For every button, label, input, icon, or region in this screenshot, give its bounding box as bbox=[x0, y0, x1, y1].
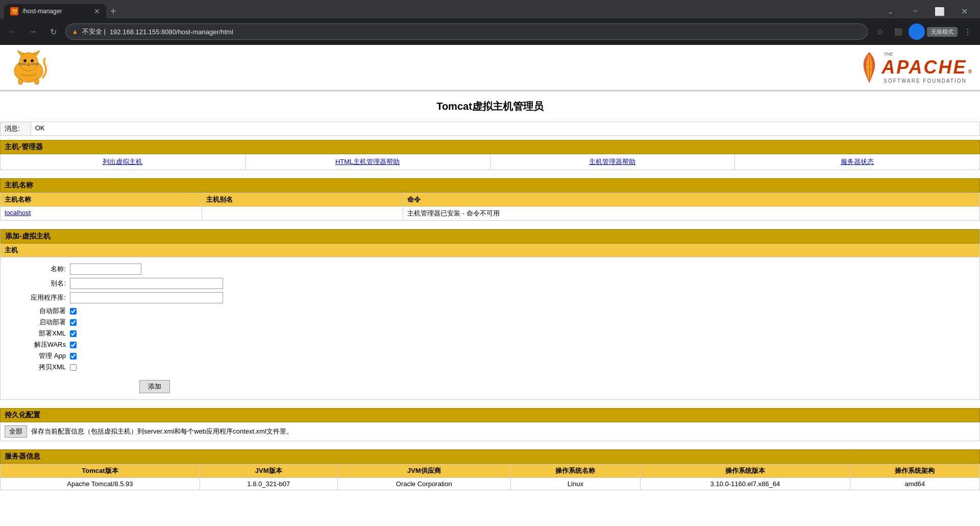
cell-os-name: Linux bbox=[510, 478, 640, 490]
persistence-section: 持久化配置 全部 保存当前配置信息（包括虚拟主机）到server.xml和每个w… bbox=[0, 408, 980, 441]
page-header: THE APACHE ® SOFTWARE FOUNDATION bbox=[0, 45, 980, 91]
list-virtual-hosts-link[interactable]: 列出虚拟主机 bbox=[1, 154, 246, 170]
form-row-appbase: 应用程序库: bbox=[9, 292, 971, 303]
forward-button[interactable]: → bbox=[24, 23, 41, 40]
auto-deploy-checkbox[interactable] bbox=[70, 308, 77, 315]
cell-os-arch: amd64 bbox=[850, 478, 979, 490]
reload-button[interactable]: ↻ bbox=[45, 23, 61, 40]
svg-point-4 bbox=[23, 59, 27, 62]
manage-app-checkbox[interactable] bbox=[70, 353, 77, 360]
no-incognito-button[interactable]: 无痕模式 bbox=[927, 27, 958, 37]
alias-label: 别名: bbox=[9, 279, 70, 288]
host-manager-nav: 列出虚拟主机 HTML主机管理器帮助 主机管理器帮助 服务器状态 bbox=[0, 154, 980, 170]
name-input[interactable] bbox=[70, 264, 141, 275]
unzip-wars-checkbox[interactable] bbox=[70, 342, 77, 348]
bookmark-star-icon[interactable]: ☆ bbox=[872, 23, 888, 40]
col-host-alias: 主机别名 bbox=[202, 193, 403, 207]
host-manager-section-header: 主机-管理器 bbox=[0, 140, 980, 154]
browser-action-icon[interactable]: ⬛ bbox=[890, 23, 906, 40]
form-row-unzip-wars: 解压WARs bbox=[9, 340, 971, 349]
add-vhost-section-header: 添加-虚拟主机 bbox=[1, 229, 979, 244]
minimize-button[interactable]: − bbox=[903, 4, 927, 18]
col-jvm-vendor: JVM供应商 bbox=[337, 464, 510, 478]
apache-trademark: ® bbox=[968, 69, 972, 75]
host-name-section: 主机名称 主机名称 主机别名 命令 localhost 主机管理器已安装 - 命… bbox=[0, 178, 980, 221]
apache-text: APACHE bbox=[881, 57, 967, 78]
table-row: Apache Tomcat/8.5.93 1.8.0_321-b07 Oracl… bbox=[1, 478, 980, 490]
tomcat-cat-icon bbox=[8, 50, 49, 85]
auto-deploy-label: 自动部署 bbox=[9, 306, 70, 316]
back-button[interactable]: ← bbox=[4, 23, 20, 40]
col-jvm-version: JVM版本 bbox=[200, 464, 337, 478]
tab-favicon: 🐱 bbox=[10, 7, 18, 15]
profile-button[interactable]: 👤 bbox=[909, 23, 925, 40]
server-info-table: Tomcat版本 JVM版本 JVM供应商 操作系统名称 操作系统版本 操作系统… bbox=[0, 464, 980, 490]
cell-jvm-version: 1.8.0_321-b07 bbox=[200, 478, 337, 490]
url-text: 192.168.121.155:8080/host-manager/html bbox=[110, 28, 233, 36]
address-bar[interactable]: ▲ 不安全 | 192.168.121.155:8080/host-manage… bbox=[65, 23, 868, 40]
copy-xml-label: 拷贝XML bbox=[9, 363, 70, 372]
form-row-alias: 别名: bbox=[9, 278, 971, 289]
new-tab-button[interactable]: + bbox=[106, 6, 120, 17]
message-label: 消息: bbox=[1, 122, 31, 135]
form-row-manage-app: 管理 App bbox=[9, 351, 971, 361]
apache-feather-icon bbox=[859, 50, 879, 85]
svg-point-5 bbox=[31, 59, 34, 62]
tab-close-button[interactable]: ✕ bbox=[94, 7, 100, 15]
page-title: Tomcat虚拟主机管理员 bbox=[0, 91, 980, 122]
col-host-name: 主机名称 bbox=[1, 193, 202, 207]
address-url: 不安全 | bbox=[82, 27, 106, 36]
cell-tomcat-version: Apache Tomcat/8.5.93 bbox=[1, 478, 200, 490]
col-tomcat-version: Tomcat版本 bbox=[1, 464, 200, 478]
svg-rect-12 bbox=[35, 79, 39, 84]
add-button-row: 添加 bbox=[74, 376, 971, 393]
server-info-section: 服务器信息 Tomcat版本 JVM版本 JVM供应商 操作系统名称 操作系统版… bbox=[0, 449, 980, 490]
start-deploy-checkbox[interactable] bbox=[70, 319, 77, 326]
close-button[interactable]: ✕ bbox=[952, 4, 976, 18]
svg-point-6 bbox=[28, 63, 30, 65]
form-row-auto-deploy: 自动部署 bbox=[9, 306, 971, 316]
tab-search-button[interactable]: ⌄ bbox=[879, 4, 902, 18]
add-button[interactable]: 添加 bbox=[139, 380, 170, 393]
form-row-start-deploy: 启动部署 bbox=[9, 318, 971, 327]
col-command: 命令 bbox=[403, 193, 980, 207]
tab-title: /host-manager bbox=[22, 8, 62, 15]
browser-tab[interactable]: 🐱 /host-manager ✕ bbox=[4, 4, 106, 18]
software-foundation-text: SOFTWARE FOUNDATION bbox=[884, 78, 966, 84]
alias-input[interactable] bbox=[70, 278, 223, 289]
col-os-name: 操作系统名称 bbox=[510, 464, 640, 478]
form-row-name: 名称: bbox=[9, 264, 971, 275]
browser-address-bar: ← → ↻ ▲ 不安全 | 192.168.121.155:8080/host-… bbox=[0, 18, 980, 45]
browser-tab-bar: 🐱 /host-manager ✕ + ⌄ − ⬜ ✕ bbox=[0, 0, 980, 18]
server-info-section-header: 服务器信息 bbox=[0, 449, 980, 464]
the-label: THE bbox=[884, 52, 893, 57]
form-row-deploy-xml: 部署XML bbox=[9, 329, 971, 338]
copy-xml-checkbox[interactable] bbox=[70, 364, 77, 371]
deploy-xml-label: 部署XML bbox=[9, 329, 70, 338]
app-base-label: 应用程序库: bbox=[9, 293, 70, 302]
app-base-input[interactable] bbox=[70, 292, 223, 303]
html-host-manager-help-link[interactable]: HTML主机管理器帮助 bbox=[246, 154, 491, 170]
manage-app-label: 管理 App bbox=[9, 351, 70, 361]
host-manager-help-link[interactable]: 主机管理器帮助 bbox=[491, 154, 736, 170]
toolbar-icons: ☆ ⬛ 👤 无痕模式 ⋮ bbox=[872, 23, 976, 40]
server-status-link[interactable]: 服务器状态 bbox=[735, 154, 979, 170]
add-vhost-section: 添加-虚拟主机 主机 名称: 别名: 应用程序库: 自动部署 bbox=[0, 229, 980, 400]
cell-jvm-vendor: Oracle Corporation bbox=[337, 478, 510, 490]
security-icon: ▲ bbox=[72, 28, 78, 35]
restore-button[interactable]: ⬜ bbox=[928, 4, 951, 18]
cell-command: 主机管理器已安装 - 命令不可用 bbox=[403, 207, 980, 221]
persistence-content: 全部 保存当前配置信息（包括虚拟主机）到server.xml和每个web应用程序… bbox=[0, 422, 980, 441]
add-vhost-form: 名称: 别名: 应用程序库: 自动部署 启动部署 bbox=[1, 257, 979, 399]
persistence-all-button[interactable]: 全部 bbox=[5, 425, 27, 438]
browser-chrome: 🐱 /host-manager ✕ + ⌄ − ⬜ ✕ ← → ↻ ▲ 不安全 … bbox=[0, 0, 980, 45]
menu-button[interactable]: ⋮ bbox=[960, 23, 976, 40]
cell-host-name[interactable]: localhost bbox=[1, 207, 202, 221]
col-os-arch: 操作系统架构 bbox=[850, 464, 979, 478]
add-vhost-host-header: 主机 bbox=[1, 244, 979, 257]
message-row: 消息: OK bbox=[0, 122, 980, 136]
persistence-section-header: 持久化配置 bbox=[0, 408, 980, 422]
deploy-xml-checkbox[interactable] bbox=[70, 330, 77, 337]
unzip-wars-label: 解压WARs bbox=[9, 340, 70, 349]
cell-os-version: 3.10.0-1160.el7.x86_64 bbox=[640, 478, 850, 490]
